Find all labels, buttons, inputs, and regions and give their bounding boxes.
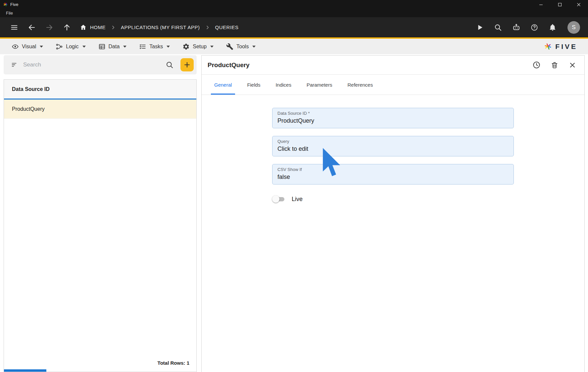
tab-fields[interactable]: Fields	[239, 75, 268, 95]
toolbar-item-visual[interactable]: Visual	[7, 43, 51, 50]
left-panel: Data Source ID ProductQuery Total Rows: …	[4, 55, 197, 372]
brand-burst-icon	[544, 42, 552, 51]
forward-arrow-icon[interactable]	[45, 23, 54, 32]
help-icon[interactable]	[530, 23, 539, 32]
close-window-button[interactable]	[569, 0, 588, 9]
up-level-icon[interactable]	[63, 23, 71, 32]
search-input[interactable]	[23, 62, 161, 68]
chevron-down-icon	[167, 46, 170, 48]
csv-show-if-field[interactable]: CSV Show If false	[272, 164, 514, 185]
live-toggle-row: Live	[272, 195, 514, 203]
tab-indices[interactable]: Indices	[268, 75, 299, 95]
app-window: Five File	[0, 0, 588, 372]
tools-icon	[226, 43, 233, 50]
toolbar-label: Setup	[193, 44, 207, 50]
toolbar-item-logic[interactable]: Logic	[51, 43, 94, 50]
live-toggle-label: Live	[292, 196, 303, 203]
file-menu[interactable]: File	[4, 10, 15, 16]
app-identity: Five	[0, 2, 19, 7]
search-bar	[4, 55, 197, 74]
gear-icon	[182, 43, 190, 50]
query-field[interactable]: Query Click to edit	[272, 136, 514, 156]
table-icon	[98, 43, 106, 50]
minimize-button[interactable]	[531, 0, 550, 9]
close-panel-icon[interactable]	[568, 61, 576, 69]
column-header-label: Data Source ID	[12, 86, 50, 92]
user-avatar[interactable]: S	[567, 21, 580, 34]
eye-icon	[12, 43, 19, 50]
detail-panel: ProductQuery General Fields Indices Para…	[201, 55, 585, 372]
tab-references[interactable]: References	[340, 75, 380, 95]
breadcrumb-home[interactable]: HOME	[80, 24, 106, 31]
app-logo-icon	[3, 2, 8, 7]
field-label: CSV Show If	[277, 167, 509, 172]
breadcrumb-applications[interactable]: APPLICATIONS (MY FIRST APP)	[121, 24, 200, 30]
chevron-down-icon	[252, 46, 256, 48]
list-column-header[interactable]: Data Source ID	[4, 80, 196, 100]
navbar: HOME APPLICATIONS (MY FIRST APP) QUERIES	[0, 17, 588, 37]
menubar: File	[0, 9, 588, 17]
horizontal-scrollbar[interactable]	[4, 369, 46, 372]
breadcrumb-home-label: HOME	[90, 24, 106, 30]
field-value: false	[277, 174, 509, 181]
tab-general[interactable]: General	[207, 75, 239, 95]
search-icon[interactable]	[166, 61, 173, 69]
five-brand-logo: FIVE	[544, 42, 581, 51]
nav-icons	[10, 23, 71, 32]
window-controls	[531, 0, 588, 9]
bot-assistant-icon[interactable]	[512, 23, 520, 32]
toolbar-item-tools[interactable]: Tools	[222, 43, 264, 50]
list-item-productquery[interactable]: ProductQuery	[4, 100, 196, 119]
brand-text: FIVE	[555, 43, 577, 51]
detail-header-actions	[532, 61, 579, 69]
filter-icon[interactable]	[11, 61, 18, 68]
run-play-icon[interactable]	[475, 23, 484, 32]
titlebar: Five	[0, 0, 588, 9]
records-list-panel: Data Source ID ProductQuery Total Rows: …	[4, 79, 197, 372]
chevron-right-icon	[205, 25, 210, 30]
field-value: Click to edit	[277, 145, 509, 152]
toolbar-item-tasks[interactable]: Tasks	[135, 43, 178, 50]
record-title: ProductQuery	[208, 62, 532, 69]
field-label: Data Source ID *	[277, 111, 509, 116]
inspect-search-icon[interactable]	[494, 23, 502, 32]
avatar-initial: S	[572, 24, 575, 31]
chevron-down-icon	[40, 46, 43, 48]
logic-flow-icon	[56, 43, 63, 50]
tab-parameters[interactable]: Parameters	[299, 75, 340, 95]
breadcrumb: HOME APPLICATIONS (MY FIRST APP) QUERIES	[80, 24, 239, 31]
toolbar-item-setup[interactable]: Setup	[178, 43, 222, 50]
data-source-id-field[interactable]: Data Source ID * ProductQuery	[272, 108, 514, 128]
home-icon	[80, 24, 87, 31]
delete-trash-icon[interactable]	[551, 61, 559, 69]
field-label: Query	[277, 139, 509, 144]
breadcrumb-queries[interactable]: QUERIES	[215, 24, 239, 30]
add-record-button[interactable]	[180, 58, 194, 71]
window-title: Five	[10, 2, 19, 7]
notifications-bell-icon[interactable]	[548, 23, 557, 32]
chevron-down-icon	[210, 46, 214, 48]
chevron-down-icon	[123, 46, 126, 48]
toolbar-label: Data	[109, 44, 120, 50]
toolbar-label: Tasks	[149, 44, 163, 50]
back-arrow-icon[interactable]	[27, 23, 36, 32]
toolbar-label: Tools	[236, 44, 249, 50]
toggle-thumb	[272, 195, 279, 203]
detail-header: ProductQuery	[202, 56, 584, 75]
hamburger-menu-icon[interactable]	[10, 23, 19, 32]
toolbar: Visual Logic Data Tasks	[0, 39, 588, 54]
chevron-down-icon	[82, 46, 86, 48]
checklist-icon	[139, 43, 146, 50]
general-form: Data Source ID * ProductQuery Query Clic…	[202, 95, 584, 372]
detail-tabs: General Fields Indices Parameters Refere…	[202, 75, 584, 95]
chevron-right-icon	[111, 25, 116, 30]
list-item-label: ProductQuery	[12, 106, 45, 112]
live-toggle-switch[interactable]	[272, 195, 285, 203]
toolbar-item-data[interactable]: Data	[94, 43, 135, 50]
navbar-right-icons: S	[475, 21, 580, 34]
maximize-button[interactable]	[550, 0, 569, 9]
toolbar-label: Logic	[66, 44, 78, 50]
history-clock-icon[interactable]	[532, 61, 541, 69]
field-value: ProductQuery	[277, 117, 509, 124]
toolbar-label: Visual	[22, 44, 36, 50]
